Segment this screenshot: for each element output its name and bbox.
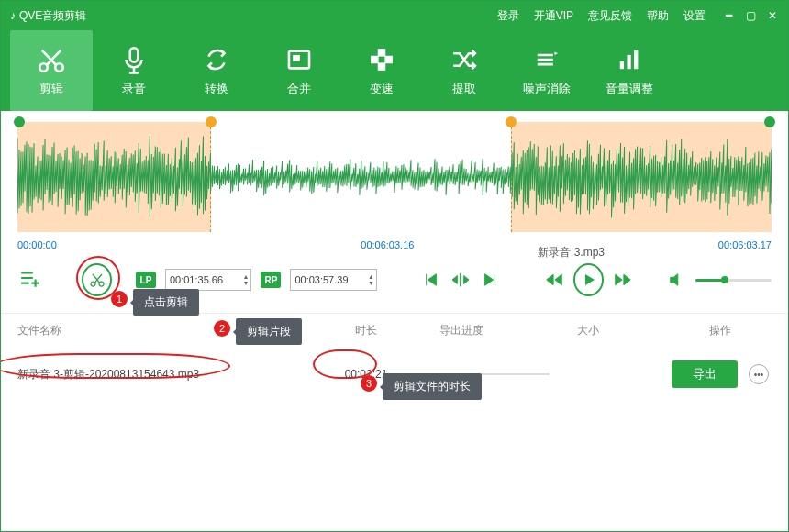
lp-time: 00:01:35.66	[170, 274, 223, 285]
svg-rect-11	[634, 50, 638, 69]
annotation-num-1: 1	[111, 291, 128, 307]
note-icon: ♪	[10, 9, 16, 22]
svg-rect-6	[378, 62, 386, 71]
timecodes: 00:00:00 00:06:03.16 00:06:03.17	[17, 239, 772, 250]
handle-rp[interactable]	[506, 116, 517, 127]
col-name: 文件名称	[17, 323, 293, 338]
login-link[interactable]: 登录	[497, 8, 519, 24]
rp-time-input[interactable]: 00:03:57.39 ▲▼	[290, 269, 376, 291]
trim-in-button[interactable]	[450, 272, 471, 288]
svg-rect-2	[130, 48, 139, 61]
lp-time-input[interactable]: 00:01:35.66 ▲▼	[165, 269, 251, 291]
svg-rect-8	[384, 56, 393, 64]
scissors-icon	[36, 44, 67, 75]
speed-icon	[366, 44, 397, 75]
tool-cut[interactable]: 剪辑	[10, 30, 93, 111]
file-progress-cell	[439, 373, 577, 375]
volume-icon-button[interactable]	[666, 272, 686, 288]
svg-rect-9	[620, 61, 624, 70]
tool-record-label: 录音	[122, 81, 146, 97]
handle-start[interactable]	[14, 116, 25, 127]
skip-end-button[interactable]	[480, 272, 500, 288]
tool-denoise[interactable]: 噪声消除	[506, 30, 588, 111]
annotation-tip-1: 点击剪辑	[133, 289, 199, 316]
denoise-icon	[531, 44, 562, 75]
time-mid: 00:06:03.16	[361, 239, 414, 250]
merge-icon	[283, 44, 315, 75]
col-size: 大小	[577, 323, 669, 338]
tool-convert[interactable]: 转换	[175, 30, 258, 111]
tool-speed-label: 变速	[370, 81, 394, 97]
rp-spinner[interactable]: ▲▼	[368, 273, 374, 286]
tool-merge-label: 合并	[287, 81, 311, 97]
tool-convert-label: 转换	[205, 81, 228, 97]
more-button[interactable]: •••	[749, 364, 769, 384]
waveform-area: 00:00:00 00:06:03.16 00:06:03.17	[1, 111, 788, 254]
tool-extract-label: 提取	[452, 81, 476, 97]
skip-start-button[interactable]	[421, 272, 441, 288]
tool-volume[interactable]: 音量调整	[588, 30, 671, 111]
col-op: 操作	[669, 323, 772, 338]
handle-end[interactable]	[764, 116, 775, 127]
rp-badge[interactable]: RP	[261, 272, 281, 288]
col-progress: 导出进度	[439, 323, 577, 338]
lp-badge[interactable]: LP	[136, 272, 156, 288]
volume-slider[interactable]	[695, 279, 772, 282]
app-name: QVE音频剪辑	[19, 8, 86, 24]
tool-speed[interactable]: 变速	[340, 30, 423, 111]
forward-button[interactable]	[613, 272, 633, 287]
export-button[interactable]: 导出	[672, 360, 738, 388]
vip-link[interactable]: 开通VIP	[534, 8, 573, 24]
volume-icon	[614, 44, 645, 75]
tool-cut-label: 剪辑	[39, 81, 63, 97]
cut-button[interactable]	[82, 263, 112, 296]
app-title: ♪ QVE音频剪辑	[10, 8, 86, 24]
tool-extract[interactable]: 提取	[423, 30, 506, 111]
tool-denoise-label: 噪声消除	[523, 81, 571, 97]
svg-rect-7	[371, 56, 379, 64]
svg-rect-5	[378, 49, 386, 57]
minimize-button[interactable]: ━	[722, 9, 735, 22]
convert-icon	[201, 44, 232, 75]
rp-time: 00:03:57.39	[294, 274, 348, 285]
time-end: 00:06:03.17	[718, 239, 772, 250]
svg-rect-4	[293, 55, 300, 61]
close-button[interactable]: ✕	[766, 9, 779, 22]
file-name-cell: 新录音 3-剪辑-20200813154643.mp3	[17, 367, 293, 382]
time-start: 00:00:00	[17, 239, 57, 250]
maximize-button[interactable]: ▢	[744, 9, 757, 22]
add-to-list-button[interactable]	[17, 265, 43, 294]
title-bar: ♪ QVE音频剪辑 登录 开通VIP 意见反馈 帮助 设置 ━ ▢ ✕	[1, 1, 788, 30]
tool-record[interactable]: 录音	[93, 30, 175, 111]
play-button[interactable]	[573, 263, 604, 296]
feedback-link[interactable]: 意见反馈	[588, 8, 632, 24]
svg-rect-10	[627, 55, 630, 69]
mic-icon	[118, 44, 150, 75]
file-op-cell: 导出 •••	[669, 360, 772, 388]
help-link[interactable]: 帮助	[647, 8, 669, 24]
tool-merge[interactable]: 合并	[258, 30, 340, 111]
col-duration: 时长	[293, 323, 439, 338]
tool-volume-label: 音量调整	[606, 81, 653, 97]
control-row: 新录音 3.mp3 LP 00:01:35.66 ▲▼ RP 00:03:57.…	[1, 254, 788, 313]
waveform[interactable]	[17, 122, 772, 232]
lp-spinner[interactable]: ▲▼	[242, 273, 249, 286]
now-playing: 新录音 3.mp3	[538, 245, 605, 260]
file-list-header: 文件名称 时长 导出进度 大小 操作	[1, 313, 788, 348]
file-list-row[interactable]: 新录音 3-剪辑-20200813154643.mp3 00:02:21 导出 …	[1, 348, 788, 401]
wave-path	[17, 122, 772, 232]
shuffle-icon	[449, 44, 480, 75]
settings-link[interactable]: 设置	[683, 8, 706, 24]
file-dur-cell: 00:02:21	[293, 368, 439, 381]
main-toolbar: 剪辑 录音 转换 合并 变速 提取 噪声消除 音量调整	[1, 30, 788, 111]
rewind-button[interactable]	[544, 272, 564, 287]
